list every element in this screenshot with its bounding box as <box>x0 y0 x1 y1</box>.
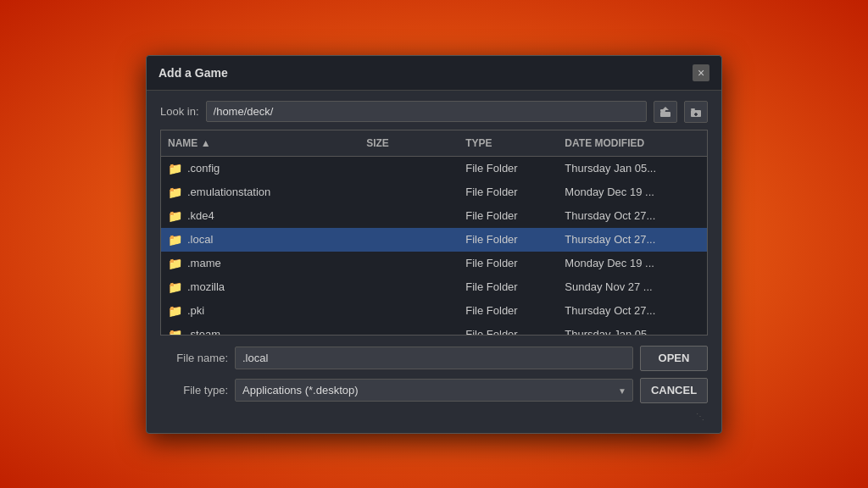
resize-handle[interactable]: ⋱ <box>160 410 708 423</box>
filetype-select[interactable]: Applications (*.desktop)All Files (*) <box>235 379 633 402</box>
titlebar: Add a Game × <box>147 56 721 91</box>
folder-icon: 📁 <box>168 233 182 247</box>
table-row[interactable]: 📁 .pki File Folder Thursday Oct 27... <box>161 299 707 323</box>
file-name: 📁 .mozilla <box>161 277 359 297</box>
folder-icon: 📁 <box>168 209 182 223</box>
lookin-input[interactable] <box>206 101 647 122</box>
file-name: 📁 .steam <box>161 324 359 335</box>
column-size[interactable]: SIZE <box>359 134 459 152</box>
file-size <box>359 301 459 321</box>
folder-icon: 📁 <box>168 304 182 318</box>
lookin-row: Look in: <box>160 101 708 123</box>
dialog-body: Look in: NAME ▲ <box>147 91 721 433</box>
bottom-area: File name: OPEN File type: Applications … <box>160 342 708 403</box>
filename-input[interactable] <box>235 347 633 369</box>
column-date[interactable]: DATE MODIFIED <box>558 134 707 152</box>
file-type: File Folder <box>459 301 558 321</box>
file-type: File Folder <box>459 324 558 335</box>
up-folder-button[interactable] <box>654 101 677 123</box>
file-type: File Folder <box>459 158 558 179</box>
table-row[interactable]: 📁 .mozilla File Folder Sunday Nov 27 ... <box>161 275 707 299</box>
new-folder-button[interactable] <box>684 101 708 123</box>
file-type: File Folder <box>459 230 558 250</box>
file-list-container: NAME ▲ SIZE TYPE DATE MODIFIED 📁 .config… <box>160 130 708 336</box>
file-type: File Folder <box>459 182 558 202</box>
table-row[interactable]: 📁 .emulationstation File Folder Monday D… <box>161 180 707 204</box>
file-name: 📁 .kde4 <box>161 206 359 226</box>
column-type[interactable]: TYPE <box>459 134 558 152</box>
table-row[interactable]: 📁 .mame File Folder Monday Dec 19 ... <box>161 252 707 275</box>
file-type: File Folder <box>459 206 558 226</box>
table-row[interactable]: 📁 .kde4 File Folder Thursday Oct 27... <box>161 204 707 228</box>
file-size <box>359 230 459 250</box>
file-date: Thursday Oct 27... <box>558 301 707 321</box>
filename-label: File name: <box>160 352 228 364</box>
file-name: 📁 .local <box>161 230 359 250</box>
svg-rect-4 <box>691 108 695 110</box>
file-size <box>359 182 459 202</box>
file-type: File Folder <box>459 277 558 297</box>
file-name: 📁 .config <box>161 158 359 179</box>
dialog-title: Add a Game <box>159 66 228 80</box>
file-list-body[interactable]: 📁 .config File Folder Thursday Jan 05...… <box>161 157 707 335</box>
column-name[interactable]: NAME ▲ <box>161 134 359 152</box>
add-game-dialog: Add a Game × Look in: <box>146 55 722 434</box>
folder-icon: 📁 <box>168 280 182 294</box>
filetype-row: File type: Applications (*.desktop)All F… <box>160 378 708 403</box>
folder-icon: 📁 <box>168 257 182 270</box>
table-row[interactable]: 📁 .local File Folder Thursday Oct 27... <box>161 228 707 252</box>
file-date: Thursday Jan 05... <box>558 158 707 179</box>
close-button[interactable]: × <box>693 64 709 81</box>
file-size <box>359 158 459 179</box>
file-size <box>359 277 459 297</box>
svg-marker-2 <box>662 107 669 110</box>
file-name: 📁 .pki <box>161 301 359 321</box>
folder-icon: 📁 <box>168 162 182 175</box>
open-button[interactable]: OPEN <box>640 346 708 371</box>
file-size <box>359 206 459 226</box>
table-row[interactable]: 📁 .steam File Folder Thursday Jan 05... <box>161 323 707 335</box>
file-type: File Folder <box>459 253 558 274</box>
cancel-button[interactable]: CANCEL <box>640 378 708 403</box>
folder-icon: 📁 <box>168 328 182 335</box>
file-name: 📁 .mame <box>161 253 359 274</box>
file-date: Monday Dec 19 ... <box>558 182 707 202</box>
table-row[interactable]: 📁 .config File Folder Thursday Jan 05... <box>161 157 707 180</box>
filename-row: File name: OPEN <box>160 346 708 371</box>
folder-icon: 📁 <box>168 186 182 199</box>
filetype-label: File type: <box>160 384 228 396</box>
file-list-header: NAME ▲ SIZE TYPE DATE MODIFIED <box>161 130 707 157</box>
file-date: Sunday Nov 27 ... <box>558 277 707 297</box>
file-name: 📁 .emulationstation <box>161 182 359 202</box>
filetype-select-wrapper: Applications (*.desktop)All Files (*) <box>235 379 633 402</box>
file-date: Thursday Oct 27... <box>558 230 707 250</box>
svg-rect-0 <box>660 112 670 117</box>
file-size <box>359 253 459 274</box>
lookin-label: Look in: <box>160 105 199 118</box>
file-size <box>359 324 459 335</box>
file-date: Monday Dec 19 ... <box>558 253 707 274</box>
file-date: Thursday Oct 27... <box>558 206 707 226</box>
file-date: Thursday Jan 05... <box>558 324 707 335</box>
